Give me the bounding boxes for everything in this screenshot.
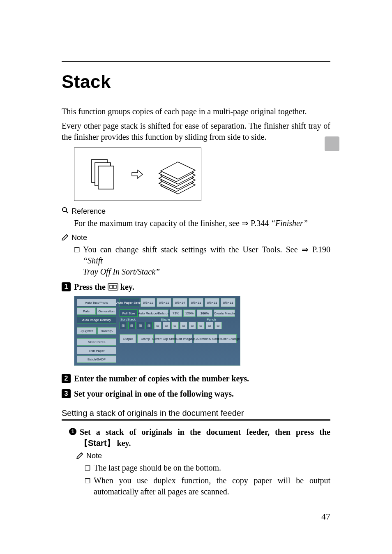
svg-line-12 xyxy=(67,235,68,236)
step-2: 2 Enter the number of copies with the nu… xyxy=(62,373,330,384)
page-number: 47 xyxy=(321,511,330,522)
pencil-icon xyxy=(62,233,69,242)
svg-line-11 xyxy=(66,211,68,213)
note-text: You can change shift stack settings with… xyxy=(74,244,330,277)
svg-point-10 xyxy=(62,208,67,212)
subsection-note-2: When you use duplex function, the copy p… xyxy=(85,475,330,497)
step-3-badge: 3 xyxy=(62,389,71,398)
intro-paragraph-2: Every other page stack is shifted for ea… xyxy=(62,120,330,143)
step-2-badge: 2 xyxy=(62,374,71,383)
magnifier-icon xyxy=(62,207,69,216)
pencil-icon xyxy=(76,451,84,461)
note-heading: Note xyxy=(62,233,330,242)
step-1-badge: 1 xyxy=(62,282,71,291)
subsection-note-1: The last page should be on the bottom. xyxy=(85,462,330,473)
substep-1: 1 Set a stack of originals in the docume… xyxy=(69,427,330,449)
svg-rect-2 xyxy=(98,166,114,189)
subsection-rule xyxy=(62,420,330,421)
stack-figure xyxy=(74,148,330,201)
substep-1-badge: 1 xyxy=(69,428,76,435)
subsection-note-heading: Note xyxy=(76,451,330,461)
step-1: 1 Press the key. xyxy=(62,282,330,293)
reference-heading: Reference xyxy=(62,207,330,216)
reference-text: For the maximum tray capacity of the fin… xyxy=(74,218,330,229)
intro-paragraph-1: This function groups copies of each page… xyxy=(62,106,330,117)
subsection-title: Setting a stack of originals in the docu… xyxy=(62,409,330,420)
page-title: Stack xyxy=(62,72,330,92)
side-tab xyxy=(325,136,339,151)
stack-key-icon xyxy=(108,283,118,291)
step-3: 3 Set your original in one of the follow… xyxy=(62,388,330,399)
note-label: Note xyxy=(71,233,87,242)
reference-label: Reference xyxy=(71,207,106,216)
svg-line-16 xyxy=(81,453,83,454)
ui-screenshot: Auto Text/Photo Pale Generation Auto Ima… xyxy=(74,296,240,366)
top-rule xyxy=(62,61,330,62)
